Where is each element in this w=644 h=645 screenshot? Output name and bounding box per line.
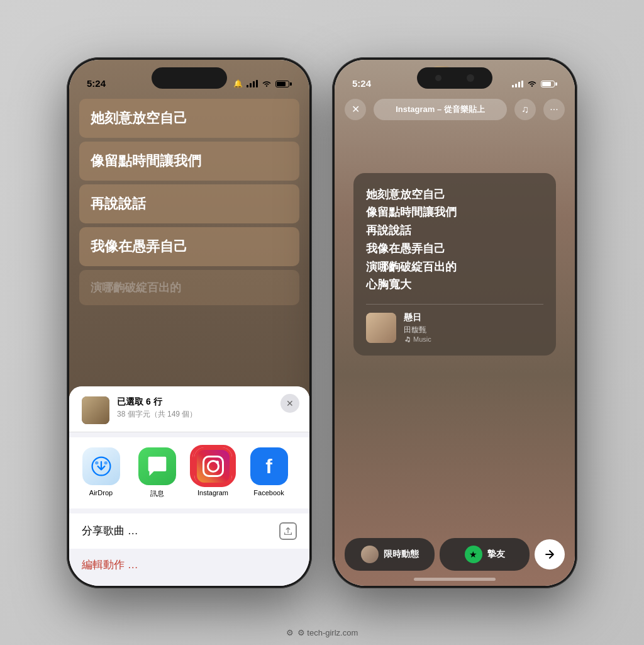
- watermark: ⚙ ⚙ tech-girlz.com: [286, 628, 358, 637]
- share-app-airdrop[interactable]: AirDrop: [74, 447, 128, 498]
- friends-label: 摯友: [487, 549, 505, 560]
- share-app-messages[interactable]: 訊息: [130, 447, 184, 498]
- status-time-2: 5:24: [352, 78, 371, 89]
- airdrop-icon: [82, 447, 120, 485]
- song-info: 懸日 田馥甄 Music: [404, 312, 431, 343]
- phone-2-inner: 5:24 🌅: [335, 60, 575, 586]
- battery-icon-2: [541, 81, 557, 87]
- lyrics-line-1: 她刻意放空自己: [366, 188, 445, 201]
- phone-1-inner: 5:24 🔔: [69, 60, 309, 586]
- share-row-upload-icon: [279, 522, 297, 540]
- messages-icon: [138, 447, 176, 485]
- share-apps-row: AirDrop 訊息: [69, 437, 309, 508]
- svg-point-1: [95, 461, 98, 464]
- phone-2: 5:24 🌅: [332, 57, 577, 588]
- facebook-icon: f: [250, 447, 288, 485]
- airdrop-label: AirDrop: [89, 489, 113, 496]
- svg-point-2: [104, 461, 107, 464]
- lyrics-card: 她刻意放空自己 像留點時間讓我們 再說說話 我像在愚弄自己 演哪齣破綻百出的 心…: [353, 173, 556, 356]
- close-icon: ✕: [286, 398, 294, 408]
- share-song-label: 分享歌曲 …: [82, 524, 138, 538]
- ig-close-button[interactable]: ✕: [345, 99, 366, 120]
- share-header: 已選取 6 行 38 個字元（共 149 個） ✕: [69, 386, 309, 432]
- bell-icon-1: 🔔: [233, 79, 243, 88]
- instagram-label: Instagram: [197, 489, 228, 496]
- lyrics-card-text: 她刻意放空自己 像留點時間讓我們 再說說話 我像在愚弄自己 演哪齣破綻百出的 心…: [366, 186, 543, 294]
- ig-avatar: [361, 546, 379, 563]
- music-service-label: Music: [413, 335, 431, 343]
- status-icons-2: [512, 79, 557, 89]
- lyrics-container-1: 她刻意放空自己 像留點時間讓我們 再說說話 我像在愚弄自己 演哪齣破綻百出的: [69, 94, 309, 310]
- scene: 5:24 🔔: [0, 0, 644, 645]
- edit-actions[interactable]: 編輯動作 …: [69, 549, 309, 581]
- ig-friends-button[interactable]: ★ 摯友: [440, 538, 530, 571]
- wifi-icon-1: [262, 79, 272, 89]
- song-title: 懸日: [404, 312, 431, 323]
- instagram-logo: [203, 456, 224, 477]
- apple-music-logo: Music: [404, 335, 431, 343]
- ig-music-button[interactable]: ♫: [514, 99, 536, 120]
- edit-actions-label: 編輯動作 …: [82, 559, 138, 571]
- messages-label: 訊息: [150, 489, 164, 498]
- instagram-icon: [194, 447, 232, 485]
- lyrics-card-divider: [366, 304, 543, 305]
- star-icon: ★: [465, 546, 482, 563]
- status-time-1: 5:24: [87, 78, 106, 89]
- share-header-thumbnail: [82, 396, 109, 424]
- lyric-row-2: 像留點時間讓我們: [79, 142, 299, 181]
- dynamic-island-1: [152, 67, 227, 89]
- share-header-text-block: 已選取 6 行 38 個字元（共 149 個）: [117, 396, 297, 420]
- share-sheet: 已選取 6 行 38 個字元（共 149 個） ✕: [69, 386, 309, 586]
- lyric-row-1: 她刻意放空自己: [79, 99, 299, 138]
- watermark-text: ⚙ ⚙ tech-girlz.com: [286, 628, 358, 637]
- lyrics-line-6: 心胸寬大: [366, 278, 411, 291]
- song-thumbnail: [366, 313, 396, 343]
- share-header-title: 已選取 6 行: [117, 396, 297, 408]
- home-indicator-2: [414, 578, 496, 581]
- share-song-row[interactable]: 分享歌曲 …: [69, 513, 309, 549]
- lyrics-card-song: 懸日 田馥甄 Music: [366, 312, 543, 343]
- lyrics-line-2: 像留點時間讓我們: [366, 206, 457, 218]
- share-close-button[interactable]: ✕: [280, 394, 299, 413]
- status-icons-1: 🔔: [233, 79, 292, 89]
- ig-bottom-bar: 限時動態 ★ 摯友: [345, 538, 565, 571]
- ig-topbar: ✕ Instagram – 從音樂貼上 ♫ ···: [335, 94, 575, 125]
- ig-send-button[interactable]: [535, 539, 565, 569]
- dynamic-island-2: [417, 67, 492, 89]
- signal-icon-1: [247, 80, 258, 87]
- lyric-row-3: 再說說話: [79, 184, 299, 223]
- stories-label: 限時動態: [384, 549, 419, 560]
- lyrics-line-5: 演哪齣破綻百出的: [366, 261, 457, 273]
- share-app-instagram[interactable]: Instagram: [186, 447, 240, 498]
- ig-more-button[interactable]: ···: [543, 99, 565, 120]
- lyric-row-5: 演哪齣破綻百出的: [79, 270, 299, 305]
- wifi-icon-2: [527, 79, 537, 89]
- battery-icon-1: [275, 81, 292, 87]
- phone-1: 5:24 🔔: [67, 57, 312, 588]
- ig-stories-button[interactable]: 限時動態: [345, 538, 435, 571]
- lyrics-line-3: 再說說話: [366, 224, 411, 237]
- share-app-facebook[interactable]: f Facebook: [242, 447, 296, 498]
- lyric-row-4: 我像在愚弄自己: [79, 227, 299, 266]
- facebook-label: Facebook: [253, 489, 284, 496]
- share-header-subtitle: 38 個字元（共 149 個）: [117, 409, 297, 420]
- signal-icon-2: [512, 80, 523, 87]
- song-artist: 田馥甄: [404, 325, 431, 335]
- lyrics-line-4: 我像在愚弄自己: [366, 242, 445, 255]
- ig-title: Instagram – 從音樂貼上: [374, 99, 507, 120]
